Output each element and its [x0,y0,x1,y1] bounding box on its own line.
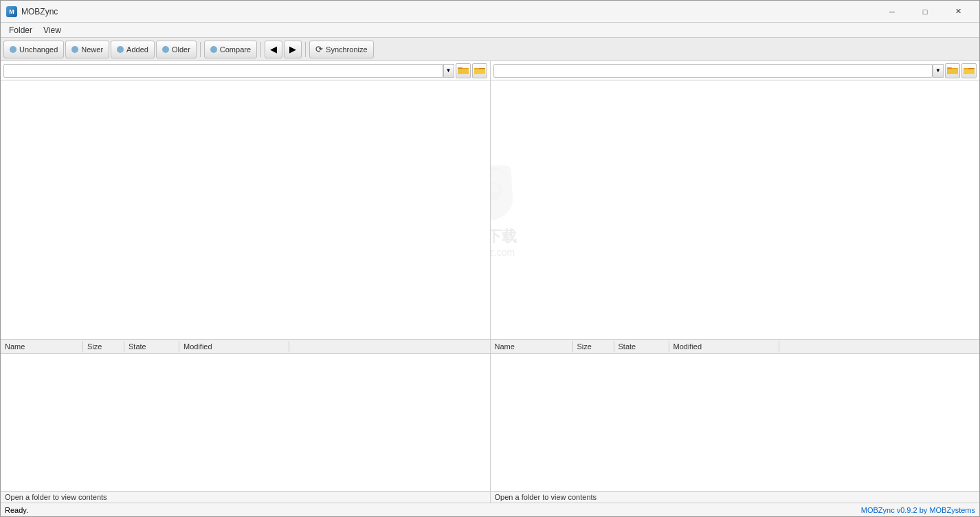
right-list[interactable]: Name Size State Modified [491,340,980,491]
svg-rect-1 [458,69,469,74]
toolbar-separator-3 [305,42,306,57]
left-open-folder-button[interactable] [456,63,471,78]
svg-rect-9 [964,69,975,74]
watermark-chinese: 安下载 [491,226,526,247]
window-controls: ─ □ ✕ [876,1,974,23]
toolbar-newer-button[interactable]: Newer [65,41,109,58]
title-bar: M MOBZync ─ □ ✕ [1,1,979,23]
right-list-header: Name Size State Modified [491,340,980,354]
right-col-name[interactable]: Name [491,341,573,352]
unchanged-dot [10,46,16,53]
toolbar: Unchanged Newer Added Older Compare ◀ ▶ … [1,38,979,61]
main-content: Name Size State Modified [1,80,979,503]
svg-rect-7 [947,67,952,69]
app-icon: M [6,6,17,17]
status-bars: Open a folder to view contents Open a fo… [1,491,979,503]
left-tree[interactable] [1,80,490,339]
right-panel: 安下载 anxz.com Name Size State Modified [491,80,980,491]
right-tree[interactable]: 安下载 anxz.com [491,80,980,339]
left-list[interactable]: Name Size State Modified [1,340,490,491]
menu-view[interactable]: View [38,24,67,36]
close-button[interactable]: ✕ [942,1,974,23]
added-label: Added [126,45,148,54]
right-browse-button[interactable] [961,63,977,78]
right-path-dropdown[interactable]: ▼ [933,64,944,78]
toolbar-compare-button[interactable]: Compare [204,41,257,58]
svg-rect-11 [491,192,499,199]
panels: Name Size State Modified [1,80,979,491]
right-open-folder-icon [947,66,958,76]
minimize-button[interactable]: ─ [876,1,908,23]
watermark-domain: anxz.com [491,247,526,258]
left-list-header: Name Size State Modified [1,340,490,354]
open-folder-icon [458,66,469,76]
compare-dot [210,46,217,53]
toolbar-unchanged-button[interactable]: Unchanged [3,41,64,58]
older-dot [162,46,169,53]
svg-rect-2 [458,67,463,69]
svg-point-10 [491,183,503,199]
newer-dot [71,46,78,53]
right-col-size[interactable]: Size [573,341,614,352]
bottom-bar: Ready. MOBZync v0.9.2 by MOBZystems [1,503,979,516]
toolbar-right-arrow-button[interactable]: ▶ [284,41,302,58]
compare-label: Compare [220,45,251,54]
right-path-input[interactable] [493,64,933,78]
right-arrow-icon: ▶ [289,44,296,54]
left-col-state[interactable]: State [124,341,179,352]
left-arrow-icon: ◀ [270,44,277,54]
left-browse-button[interactable] [472,63,487,78]
sync-label: Synchronize [326,45,368,54]
toolbar-left-arrow-button[interactable]: ◀ [265,41,282,58]
left-panel: Name Size State Modified [1,80,491,491]
maximize-button[interactable]: □ [909,1,941,23]
right-col-state[interactable]: State [614,341,669,352]
watermark: 安下载 anxz.com [491,162,526,258]
menu-bar: Folder View [1,23,979,38]
credit-link[interactable]: MOBZync v0.9.2 by MOBZystems [861,506,975,514]
toolbar-separator-2 [260,42,261,57]
watermark-icon [491,162,526,224]
left-col-name[interactable]: Name [1,341,83,352]
sync-icon: ⟳ [315,44,323,54]
added-dot [117,46,124,53]
right-col-rest [779,341,980,352]
left-path-section: ▼ [1,61,491,80]
svg-rect-6 [947,69,958,74]
unchanged-label: Unchanged [19,45,58,54]
left-path-input[interactable] [3,64,443,78]
right-path-section: ▼ [491,61,980,80]
toolbar-older-button[interactable]: Older [156,41,197,58]
newer-label: Newer [81,45,103,54]
left-col-size[interactable]: Size [83,341,124,352]
toolbar-synchronize-button[interactable]: ⟳ Synchronize [309,41,374,58]
app-title: MOBZync [21,7,876,16]
path-bar: ▼ ▼ [1,61,979,80]
left-col-modified[interactable]: Modified [179,341,289,352]
browse-folder-icon [474,66,485,76]
left-col-rest [289,341,490,352]
svg-rect-4 [474,69,485,74]
toolbar-added-button[interactable]: Added [111,41,155,58]
toolbar-separator-1 [200,42,201,57]
right-col-modified[interactable]: Modified [669,341,779,352]
right-open-folder-button[interactable] [945,63,960,78]
left-path-dropdown[interactable]: ▼ [443,64,454,78]
right-browse-folder-icon [964,66,975,76]
ready-status: Ready. [5,506,28,514]
menu-folder[interactable]: Folder [3,24,38,36]
left-status: Open a folder to view contents [1,492,491,503]
older-label: Older [172,45,190,54]
right-status: Open a folder to view contents [491,492,980,503]
